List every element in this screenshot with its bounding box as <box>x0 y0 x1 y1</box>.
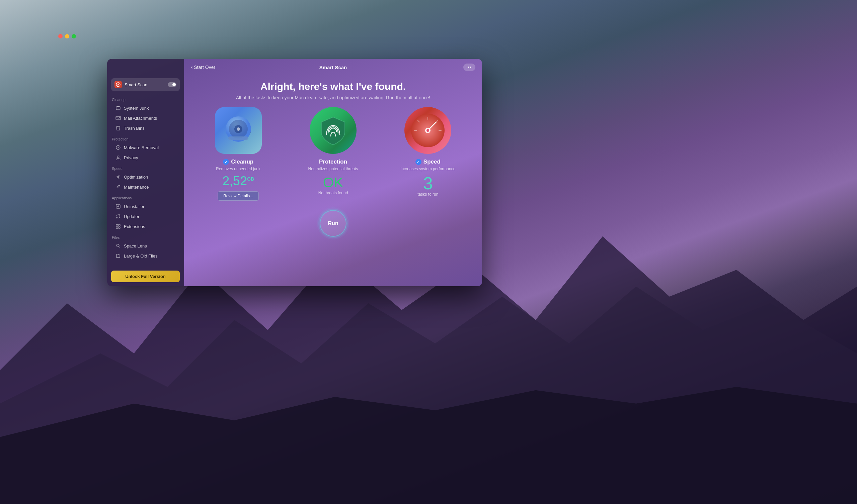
system-junk-icon <box>115 105 121 111</box>
app-window-inner: Smart Scan Cleanup System Junk <box>107 59 482 286</box>
protection-card-desc: Neutralizes potential threats <box>308 167 358 171</box>
sidebar-item-malware-removal[interactable]: Malware Removal <box>112 142 180 153</box>
run-button-wrapper: Run <box>184 207 482 243</box>
optimization-icon <box>115 174 121 180</box>
card-speed: ✓ Speed Increases system performance 3 t… <box>385 107 471 201</box>
dot-menu[interactable] <box>463 64 475 71</box>
uninstaller-icon <box>115 203 121 209</box>
applications-section-label: Applications <box>112 196 180 200</box>
svg-rect-13 <box>118 224 120 226</box>
sidebar-item-extensions[interactable]: Extensions <box>112 221 180 231</box>
svg-point-9 <box>116 158 120 160</box>
more-options-button[interactable] <box>463 64 475 71</box>
card-protection: Protection Neutralizes potential threats… <box>289 107 376 201</box>
sidebar-item-maintenance[interactable]: Maintenance <box>112 182 180 192</box>
trash-bins-label: Trash Bins <box>124 126 145 131</box>
cards-row: ✓ Cleanup Removes unneeded junk 2,52GB R… <box>184 107 482 207</box>
sidebar: Smart Scan Cleanup System Junk <box>107 59 184 286</box>
files-section-label: Files <box>112 236 180 240</box>
svg-point-31 <box>426 129 429 132</box>
sidebar-item-uninstaller[interactable]: Uninstaller <box>112 201 180 211</box>
sidebar-item-system-junk[interactable]: System Junk <box>112 103 180 113</box>
unlock-full-version-button[interactable]: Unlock Full Version <box>111 271 180 282</box>
sidebar-item-space-lens[interactable]: Space Lens <box>112 241 180 251</box>
sidebar-item-optimization[interactable]: Optimization <box>112 172 180 182</box>
updater-label: Updater <box>124 214 139 219</box>
traffic-lights <box>58 34 76 38</box>
mail-attachments-label: Mail Attachments <box>124 116 157 121</box>
speed-card-title: Speed <box>423 158 440 165</box>
svg-rect-6 <box>116 116 120 120</box>
mail-icon <box>115 115 121 121</box>
main-content: ‹ Start Over Smart Scan Alright, here's … <box>184 59 482 286</box>
start-over-button[interactable]: ‹ Start Over <box>191 64 215 70</box>
speed-check-icon: ✓ <box>416 159 421 165</box>
svg-rect-22 <box>228 137 248 140</box>
svg-point-16 <box>117 244 119 247</box>
svg-rect-4 <box>116 107 120 110</box>
speedometer-icon <box>409 112 446 149</box>
svg-rect-15 <box>118 227 120 228</box>
svg-point-10 <box>118 176 119 178</box>
smart-scan-label: Smart Scan <box>124 82 147 87</box>
protection-icon-wrapper <box>310 107 356 154</box>
space-lens-label: Space Lens <box>124 243 147 248</box>
system-junk-label: System Junk <box>124 106 149 111</box>
back-chevron-icon: ‹ <box>191 64 192 70</box>
sidebar-item-large-old-files[interactable]: Large & Old Files <box>112 251 180 261</box>
svg-rect-12 <box>116 224 118 226</box>
sidebar-item-updater[interactable]: Updater <box>112 211 180 221</box>
speed-card-sublabel: tasks to run <box>418 192 438 197</box>
maximize-button[interactable] <box>72 34 76 38</box>
speed-icon-wrapper <box>404 107 451 154</box>
back-label: Start Over <box>194 65 215 70</box>
hero-section: Alright, here's what I've found. All of … <box>184 75 482 107</box>
sidebar-top: Smart Scan <box>107 73 184 95</box>
hero-subtitle: All of the tasks to keep your Mac clean,… <box>191 95 475 100</box>
sidebar-section-cleanup: Cleanup System Junk <box>107 95 184 135</box>
large-old-files-label: Large & Old Files <box>124 254 157 259</box>
protection-section-label: Protection <box>112 137 180 141</box>
speed-card-value: 3 <box>423 175 433 192</box>
large-files-icon <box>115 253 121 259</box>
speed-title-row: ✓ Speed <box>416 158 440 165</box>
cleanup-card-desc: Removes unneeded junk <box>216 167 261 171</box>
cleanup-section-label: Cleanup <box>112 98 180 102</box>
cleanup-card-title: Cleanup <box>231 158 253 165</box>
sidebar-item-trash-bins[interactable]: Trash Bins <box>112 123 180 133</box>
sidebar-section-speed: Speed Optimization <box>107 164 184 193</box>
protection-card-title: Protection <box>319 158 347 165</box>
smart-scan-icon <box>115 81 122 88</box>
smart-scan-toggle[interactable] <box>168 82 177 87</box>
malware-icon <box>115 144 121 151</box>
hero-title: Alright, here's what I've found. <box>191 81 475 92</box>
maintenance-icon <box>115 184 121 190</box>
speed-section-label: Speed <box>112 167 180 171</box>
privacy-icon <box>115 155 121 160</box>
protection-card-value: OK <box>323 175 343 191</box>
sidebar-item-smart-scan[interactable]: Smart Scan <box>111 78 180 91</box>
card-cleanup: ✓ Cleanup Removes unneeded junk 2,52GB R… <box>195 107 282 201</box>
svg-point-8 <box>117 156 119 158</box>
minimize-button[interactable] <box>65 34 69 38</box>
cleanup-title-row: ✓ Cleanup <box>223 158 253 165</box>
sidebar-section-protection: Protection Malware Removal <box>107 135 184 164</box>
malware-removal-label: Malware Removal <box>124 145 159 150</box>
shield-fingerprint-icon <box>315 112 352 149</box>
trash-icon <box>115 125 121 131</box>
extensions-icon <box>115 223 121 229</box>
window-title: Smart Scan <box>319 65 347 70</box>
sidebar-section-applications: Applications Uninstaller <box>107 193 184 233</box>
extensions-label: Extensions <box>124 224 145 229</box>
sidebar-item-privacy[interactable]: Privacy <box>112 153 180 162</box>
cleanup-icon-wrapper <box>215 107 262 154</box>
sidebar-item-mail-attachments[interactable]: Mail Attachments <box>112 113 180 123</box>
protection-title-row: Protection <box>319 158 347 165</box>
svg-rect-5 <box>117 106 119 107</box>
protection-card-sublabel: No threats found <box>318 191 348 195</box>
close-button[interactable] <box>58 34 63 38</box>
svg-rect-14 <box>116 227 118 228</box>
speed-card-desc: Increases system performance <box>400 167 455 171</box>
run-button[interactable]: Run <box>320 210 347 237</box>
review-details-button[interactable]: Review Details... <box>218 191 259 201</box>
